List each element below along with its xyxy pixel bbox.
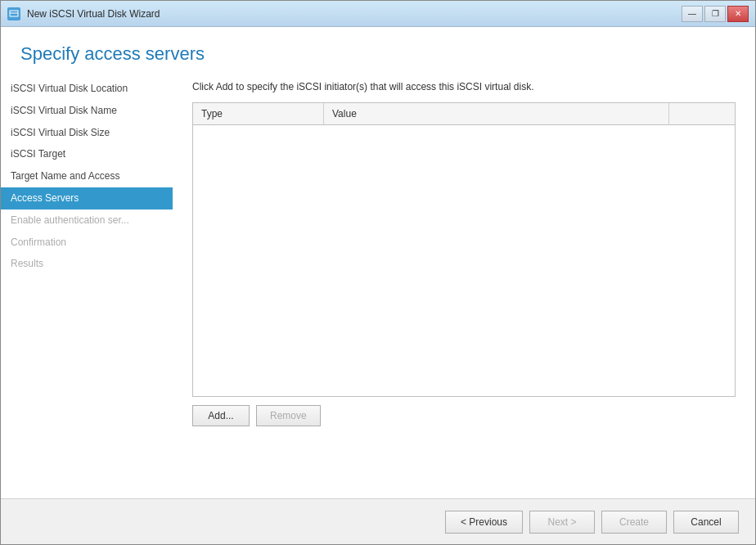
table-container: Type Value	[192, 102, 736, 397]
sidebar-item-target[interactable]: iSCSI Target	[1, 143, 173, 165]
footer: < Previous Next > Create Cancel	[1, 498, 755, 544]
sidebar-item-size[interactable]: iSCSI Virtual Disk Size	[1, 122, 173, 144]
cancel-button[interactable]: Cancel	[673, 511, 739, 534]
sidebar-item-results: Results	[1, 253, 173, 275]
button-row: Add... Remove	[192, 405, 736, 426]
next-button[interactable]: Next >	[529, 511, 595, 534]
column-type: Type	[193, 103, 324, 124]
sidebar-item-access-servers[interactable]: Access Servers	[1, 187, 173, 209]
sidebar-item-name[interactable]: iSCSI Virtual Disk Name	[1, 100, 173, 122]
minimize-button[interactable]: —	[682, 6, 703, 22]
main-window: New iSCSI Virtual Disk Wizard — ❐ ✕ Spec…	[0, 0, 756, 545]
title-bar-left: New iSCSI Virtual Disk Wizard	[7, 7, 160, 20]
add-button[interactable]: Add...	[192, 405, 250, 426]
sidebar: iSCSI Virtual Disk Location iSCSI Virtua…	[1, 78, 173, 498]
sidebar-item-target-name[interactable]: Target Name and Access	[1, 165, 173, 187]
close-button[interactable]: ✕	[727, 6, 749, 22]
sidebar-item-auth: Enable authentication ser...	[1, 209, 173, 232]
previous-button[interactable]: < Previous	[445, 511, 523, 534]
window-body: Specify access servers iSCSI Virtual Dis…	[1, 27, 755, 544]
sidebar-item-confirmation: Confirmation	[1, 232, 173, 254]
title-bar: New iSCSI Virtual Disk Wizard — ❐ ✕	[1, 1, 755, 27]
remove-button[interactable]: Remove	[256, 405, 321, 426]
app-icon	[7, 7, 20, 20]
main-content: iSCSI Virtual Disk Location iSCSI Virtua…	[1, 78, 755, 498]
column-value: Value	[324, 103, 669, 124]
title-controls: — ❐ ✕	[682, 6, 749, 22]
sidebar-item-location[interactable]: iSCSI Virtual Disk Location	[1, 78, 173, 100]
create-button[interactable]: Create	[601, 511, 667, 534]
right-panel: Click Add to specify the iSCSI initiator…	[173, 78, 755, 498]
column-action	[669, 103, 735, 124]
page-header: Specify access servers	[1, 27, 755, 78]
window-title: New iSCSI Virtual Disk Wizard	[27, 8, 160, 20]
table-header: Type Value	[193, 103, 735, 125]
content-area: Specify access servers iSCSI Virtual Dis…	[1, 27, 755, 498]
description-text: Click Add to specify the iSCSI initiator…	[192, 78, 736, 92]
page-title: Specify access servers	[20, 43, 736, 65]
table-body	[193, 125, 735, 396]
restore-button[interactable]: ❐	[704, 6, 726, 22]
